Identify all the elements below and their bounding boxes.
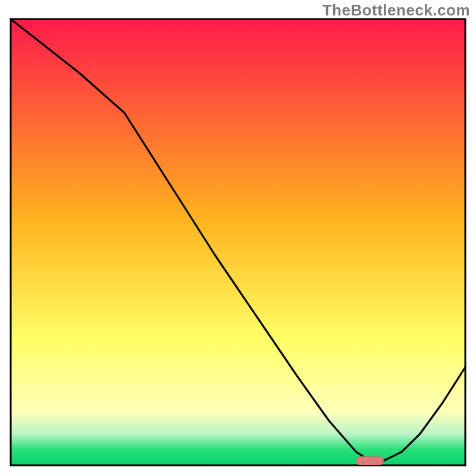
plot-area (11, 19, 465, 465)
watermark-text: TheBottleneck.com (322, 1, 470, 20)
optimal-marker (356, 457, 384, 465)
gradient-background (11, 19, 465, 465)
bottleneck-chart (0, 0, 476, 476)
chart-stage: TheBottleneck.com (0, 0, 476, 476)
